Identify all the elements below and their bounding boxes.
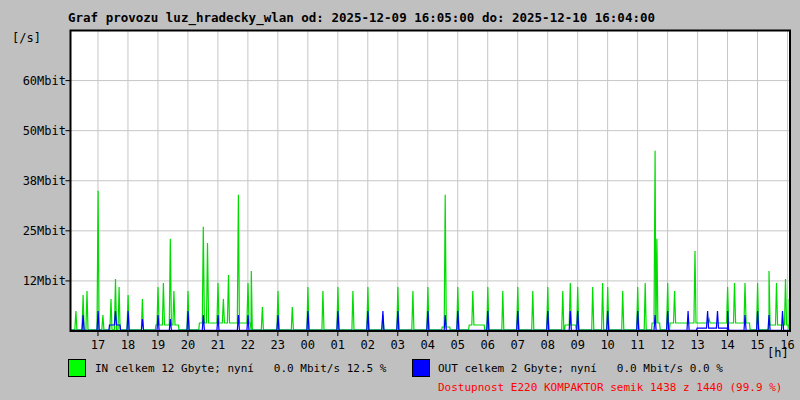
y-tick-label: 38Mbit (14, 174, 66, 188)
x-tick-label: 09 (569, 338, 587, 352)
x-tick-label: 22 (239, 338, 257, 352)
x-tick-label: 10 (599, 338, 617, 352)
x-tick-label: 14 (719, 338, 737, 352)
x-tick-label: 18 (119, 338, 137, 352)
x-tick-label: 07 (509, 338, 527, 352)
x-tick-label: 04 (419, 338, 437, 352)
out-legend-swatch (412, 359, 430, 377)
x-tick-label: 05 (449, 338, 467, 352)
x-tick-label: 13 (689, 338, 707, 352)
availability-text: Dostupnost E220 KOMPAKTOR semik 1438 z 1… (438, 381, 782, 394)
y-tick-label: 25Mbit (14, 224, 66, 238)
x-tick-label: 17 (89, 338, 107, 352)
x-tick-label: 20 (179, 338, 197, 352)
x-tick-label: 02 (359, 338, 377, 352)
x-tick-label: 11 (629, 338, 647, 352)
out-legend-label: OUT celkem 2 Gbyte; nyní 0.0 Mbit/s 0.0 … (438, 362, 723, 375)
x-tick-label: 00 (299, 338, 317, 352)
in-legend-label: IN celkem 12 Gbyte; nyní 0.0 Mbit/s 12.5… (95, 362, 386, 375)
x-tick-label: 19 (149, 338, 167, 352)
y-tick-label: 12Mbit (14, 274, 66, 288)
x-tick-label: 06 (479, 338, 497, 352)
y-tick-label: 60Mbit (14, 74, 66, 88)
x-tick-label: 23 (269, 338, 287, 352)
x-axis-unit-label: [h] (767, 346, 789, 360)
x-tick-label: 03 (389, 338, 407, 352)
in-legend-swatch (68, 359, 86, 377)
x-tick-label: 21 (209, 338, 227, 352)
x-tick-label: 12 (659, 338, 677, 352)
graph-title: Graf provozu luz_hradecky_wlan od: 2025-… (68, 10, 655, 25)
x-tick-label: 01 (329, 338, 347, 352)
mrtg-traffic-graph-page: Graf provozu luz_hradecky_wlan od: 2025-… (0, 0, 800, 400)
y-tick-label: 50Mbit (14, 124, 66, 138)
x-tick-label: 08 (539, 338, 557, 352)
x-tick-label: 15 (749, 338, 767, 352)
y-axis-unit-label: [/s] (12, 31, 41, 45)
